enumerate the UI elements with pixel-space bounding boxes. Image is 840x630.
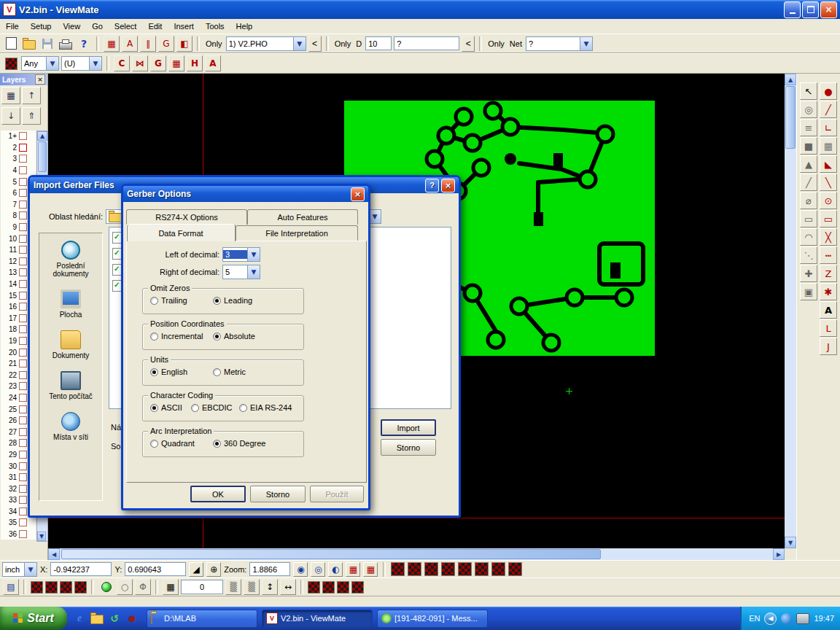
layers-close-icon[interactable]: × (35, 74, 45, 85)
status-tool-icon[interactable]: ⊕ (206, 562, 221, 577)
language-indicator[interactable]: EN (749, 614, 760, 623)
layer-color-swatch[interactable] (19, 268, 27, 276)
draw-tool-icon[interactable]: ▭ (800, 210, 817, 228)
zoom-tool-icon[interactable]: ◐ (328, 562, 343, 577)
radio-ebcdic[interactable]: EBCDIC (191, 403, 233, 412)
menu-item[interactable]: Setup (25, 20, 58, 32)
layer-up-icon[interactable]: ↑ (22, 87, 41, 104)
tray-collapse-icon[interactable]: ◀ (764, 612, 777, 625)
tab-data-format[interactable]: Data Format (126, 224, 236, 241)
layer-color-swatch[interactable] (19, 235, 27, 243)
dialog-close-icon[interactable]: × (351, 187, 365, 201)
horizontal-scrollbar[interactable]: ◀ ▶ (48, 548, 785, 560)
layer-color-swatch[interactable] (19, 223, 27, 231)
only-file-label[interactable]: Only (204, 39, 224, 48)
app-quicklaunch-icon[interactable]: ● (125, 612, 139, 625)
draw-tool-icon[interactable]: A (820, 301, 837, 319)
draw-tool-icon[interactable]: Z (820, 265, 837, 282)
import-button[interactable]: Import (381, 419, 436, 436)
menu-item[interactable]: File (0, 20, 25, 32)
menu-item[interactable]: Select (109, 20, 143, 32)
aperture-shape-combo[interactable]: Any▼ (21, 56, 59, 71)
draw-tool-icon[interactable]: ↖ (800, 82, 817, 100)
dot-grid-icon[interactable]: ▒ (244, 579, 260, 595)
taskbar-clock[interactable]: 19:47 (814, 614, 834, 623)
dcode-input[interactable]: 10 (365, 36, 392, 50)
layer-color-swatch[interactable] (19, 496, 27, 504)
draw-tool-icon[interactable]: ▲ (800, 155, 817, 173)
draw-tool-icon[interactable]: ▣ (800, 283, 817, 300)
layer-color-swatch[interactable] (19, 349, 27, 357)
file-prev-button[interactable]: < (308, 36, 322, 52)
probe-tool-icon[interactable]: Φ (135, 579, 151, 595)
layer-row[interactable]: 35 (1, 517, 36, 529)
probe-tool-icon[interactable]: ○ (117, 579, 133, 595)
left-of-decimal-combo[interactable]: 3▼ (222, 247, 260, 262)
tab-auto-features[interactable]: Auto Features (247, 209, 358, 225)
pattern-swatch-icon[interactable] (508, 562, 522, 576)
pattern-swatch-icon[interactable] (408, 562, 421, 576)
draw-tool-icon[interactable]: ● (820, 82, 837, 100)
layer-color-swatch[interactable] (19, 428, 27, 436)
layer-color-swatch[interactable] (19, 314, 27, 322)
zoom-tool-icon[interactable]: ◎ (311, 562, 325, 577)
place-item[interactable]: Místa v síti (40, 412, 101, 441)
menu-item[interactable]: Go (86, 20, 109, 32)
layer-row[interactable]: 3 (1, 153, 36, 165)
dialog-close-icon[interactable]: × (441, 179, 455, 192)
layer-color-swatch[interactable] (19, 508, 27, 516)
aperture-grid-icon[interactable] (3, 55, 19, 71)
dcode-type-button[interactable]: H (187, 55, 203, 71)
menu-item[interactable]: Help (230, 20, 259, 32)
layer-color-swatch[interactable] (19, 155, 27, 163)
layer-color-swatch[interactable] (19, 371, 27, 379)
scroll-down-icon[interactable]: ▼ (785, 537, 796, 548)
tray-app-icon[interactable] (781, 613, 792, 624)
units-combo[interactable]: inch▼ (2, 562, 37, 577)
browser-icon[interactable]: e (73, 612, 86, 625)
gerber-dialog-titlebar[interactable]: Gerber Options × (123, 186, 368, 202)
dcode-type-button[interactable]: ▦ (168, 55, 184, 71)
place-item[interactable]: Tento počítač (40, 371, 101, 400)
dcode-prev-button[interactable]: < (462, 36, 475, 52)
status-tool-icon[interactable]: ◢ (189, 562, 203, 577)
radio-360-degree[interactable]: 360 Degree (213, 439, 266, 448)
layer-color-swatch[interactable] (19, 132, 27, 140)
layer-color-swatch[interactable] (19, 211, 27, 219)
layer-color-swatch[interactable] (19, 359, 27, 368)
dcode-type-button[interactable]: ⋈ (132, 55, 148, 71)
layer-color-swatch[interactable] (19, 416, 27, 424)
dcode-filter-input[interactable]: ? (394, 36, 459, 50)
draw-tool-icon[interactable]: ◣ (820, 155, 837, 173)
net-combo[interactable]: ?▼ (526, 36, 593, 51)
layer-color-swatch[interactable] (19, 337, 27, 345)
layer-color-swatch[interactable] (19, 246, 27, 254)
pattern-swatch-icon[interactable] (491, 562, 505, 576)
draw-tool-icon[interactable]: ▦ (820, 137, 837, 155)
zoom-value-field[interactable]: 1.8866 (249, 562, 290, 576)
layer-color-swatch[interactable] (19, 144, 27, 152)
pattern-swatch-icon[interactable] (391, 562, 405, 576)
pattern-swatch-icon[interactable] (424, 562, 438, 576)
toolbar-icon[interactable]: ▦ (104, 36, 120, 52)
vertical-scrollbar[interactable]: ▲ ▼ (785, 74, 796, 548)
taskbar-task-messenger[interactable]: [191-482-091] - Mess... (377, 610, 488, 628)
layer-color-swatch[interactable] (19, 303, 27, 311)
pattern-swatch-icon[interactable] (458, 562, 472, 576)
cancel-button[interactable]: Storno (250, 486, 306, 502)
layer-color-swatch[interactable] (19, 405, 27, 413)
scroll-right-icon[interactable]: ▶ (773, 548, 785, 560)
draw-tool-icon[interactable]: J (820, 338, 837, 355)
pattern-swatch-icon[interactable] (31, 581, 43, 594)
right-of-decimal-combo[interactable]: 5▼ (222, 265, 260, 279)
layer-color-swatch[interactable] (19, 473, 27, 481)
print-icon[interactable] (58, 36, 74, 52)
taskbar-task-viewmate[interactable]: V V2.bin - ViewMate (262, 610, 373, 628)
draw-tool-icon[interactable]: ✱ (820, 283, 837, 300)
layer-stack-icon[interactable]: ▤ (3, 579, 19, 595)
pattern-swatch-icon[interactable] (441, 562, 455, 576)
scroll-up-icon[interactable]: ▲ (785, 74, 796, 85)
radio-incremental[interactable]: Incremental (150, 332, 203, 341)
tray-keyboard-icon[interactable] (796, 613, 809, 624)
menu-item[interactable]: View (57, 20, 86, 32)
